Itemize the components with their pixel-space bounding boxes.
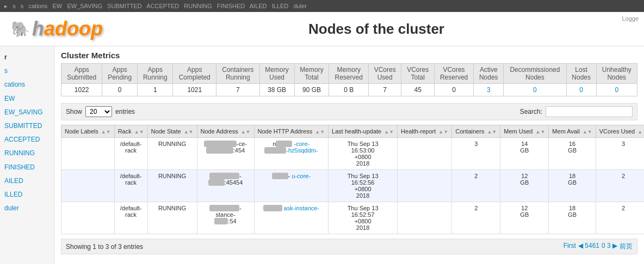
page-title: Nodes of the cluster	[120, 21, 633, 38]
val-containers-running: 7	[216, 84, 260, 96]
cell-http-1: n -core- -hz5sqddm-	[254, 138, 329, 170]
top-nav-items: ▸ s s cations EW EW_SAVING SUBMITTED ACC…	[4, 3, 307, 10]
cell-labels-1	[61, 138, 115, 170]
sidebar-item-ew[interactable]: EW	[0, 92, 54, 106]
logo-area: 🐘 hadoop	[11, 17, 120, 40]
col-apps-pending: AppsPending	[102, 64, 138, 84]
cell-vcores-used-1: 3	[596, 138, 644, 170]
elephant-icon: 🐘	[11, 20, 30, 38]
pagination: First ◀ 5461 0 3 ▶ 前页	[564, 242, 633, 251]
col-apps-submitted: AppsSubmitted	[61, 64, 102, 84]
th-node-labels: Node Labels ▲▼	[61, 125, 115, 138]
cell-containers-3: 2	[452, 202, 500, 234]
search-label: Search:	[520, 108, 542, 115]
th-node-http-address: Node HTTP Address ▲▼	[254, 125, 329, 138]
val-unhealthy-nodes[interactable]: 0	[596, 84, 637, 96]
cell-mem-used-2: 12GB	[500, 170, 549, 202]
th-last-health: Last health-update ▲▼	[329, 125, 398, 138]
layout: r s cations EW EW_SAVING SUBMITTED ACCEP…	[0, 46, 644, 264]
header: 🐘 hadoop Nodes of the cluster Logge	[0, 12, 644, 46]
cell-health-report-1	[398, 138, 452, 170]
pagination-first[interactable]: First	[564, 242, 576, 251]
sidebar-item-root[interactable]: r	[0, 51, 54, 64]
table-row: /default-rack RUNNING -ce- :454 n -core-…	[61, 138, 645, 170]
table-footer: Showing 1 to 3 of 3 entries First ◀ 5461…	[61, 239, 637, 254]
cell-http-2: - u-core-	[254, 170, 329, 202]
val-active-nodes[interactable]: 3	[474, 84, 504, 96]
pagination-last[interactable]: 前页	[620, 242, 633, 251]
sidebar-item-finished[interactable]: FINISHED	[0, 161, 54, 174]
search-area: Search:	[520, 106, 633, 117]
col-active-nodes: ActiveNodes	[474, 64, 504, 84]
cell-labels-3	[61, 202, 115, 234]
sidebar-item-ailed[interactable]: AILED	[0, 174, 54, 188]
val-memory-reserved: 0 B	[329, 84, 368, 96]
top-nav: ▸ s s cations EW EW_SAVING SUBMITTED ACC…	[0, 0, 644, 12]
cell-vcores-used-3: 2	[596, 202, 644, 234]
col-memory-total: MemoryTotal	[294, 64, 329, 84]
cell-rack-2: /default-rack	[114, 170, 147, 202]
cell-mem-used-3: 12GB	[500, 202, 549, 234]
cell-address-1: -ce- :454	[197, 138, 254, 170]
col-vcores-reserved: VCoresReserved	[434, 64, 473, 84]
pagination-prev[interactable]: ◀ 5461	[578, 242, 599, 251]
cell-mem-avail-3: 18GB	[549, 202, 596, 234]
cell-mem-avail-1: 16GB	[549, 138, 596, 170]
main-content: Cluster Metrics AppsSubmitted AppsPendin…	[54, 46, 644, 264]
cell-http-3: ask-instance-	[254, 202, 329, 234]
th-vcores-used: VCores Used ▲▼	[596, 125, 644, 138]
cell-health-time-1: Thu Sep 1316:53:00+08002018	[329, 138, 398, 170]
col-vcores-used: VCoresUsed	[368, 64, 401, 84]
th-containers: Containers ▲▼	[452, 125, 500, 138]
sidebar-item-duler[interactable]: duler	[0, 202, 54, 215]
val-vcores-used: 7	[368, 84, 401, 96]
col-memory-reserved: MemoryReserved	[329, 64, 368, 84]
show-label: Show	[66, 108, 82, 115]
col-unhealthy-nodes: UnhealthyNodes	[596, 64, 637, 84]
val-apps-running: 1	[138, 84, 173, 96]
val-memory-total: 90 GB	[294, 84, 329, 96]
col-apps-running: AppsRunning	[138, 64, 173, 84]
sidebar-item-submitted[interactable]: SUBMITTED	[0, 119, 54, 133]
sidebar-item-illed[interactable]: ILLED	[0, 188, 54, 202]
col-memory-used: MemoryUsed	[259, 64, 294, 84]
cell-mem-avail-2: 18GB	[549, 170, 596, 202]
sidebar-item-ew-saving[interactable]: EW_SAVING	[0, 106, 54, 119]
cell-labels-2	[61, 170, 115, 202]
col-vcores-total: VCoresTotal	[401, 64, 434, 84]
th-rack: Rack ▲▼	[114, 125, 147, 138]
cell-containers-1: 3	[452, 138, 500, 170]
val-apps-pending: 0	[102, 84, 138, 96]
val-decommissioned-nodes[interactable]: 0	[504, 84, 567, 96]
th-mem-used: Mem Used ▲▼	[500, 125, 549, 138]
th-node-state: Node State ▲▼	[147, 125, 197, 138]
cell-state-1: RUNNING	[147, 138, 197, 170]
cell-health-report-2	[398, 170, 452, 202]
cell-health-time-3: Thu Sep 1316:52:57+08002018	[329, 202, 398, 234]
show-entries: Show 20 50 100 entries	[66, 106, 135, 117]
logged-in-label: Logge	[622, 15, 639, 22]
entries-select[interactable]: 20 50 100	[85, 106, 112, 117]
sidebar-item-running[interactable]: RUNNING	[0, 147, 54, 160]
col-decommissioned-nodes: DecommissionedNodes	[504, 64, 567, 84]
val-apps-completed: 1021	[173, 84, 216, 96]
val-lost-nodes[interactable]: 0	[566, 84, 596, 96]
table-controls: Show 20 50 100 entries Search:	[61, 103, 637, 120]
cell-address-2: - :45454	[197, 170, 254, 202]
sidebar-item-accepted[interactable]: ACCEPTED	[0, 133, 54, 147]
sidebar-item-s1[interactable]: s	[0, 64, 54, 78]
th-mem-avail: Mem Avail ▲▼	[549, 125, 596, 138]
pagination-next[interactable]: 0 3 ▶	[602, 242, 617, 251]
sidebar-item-cations[interactable]: cations	[0, 78, 54, 92]
cell-health-time-2: Thu Sep 1316:52:56+08002018	[329, 170, 398, 202]
cell-state-3: RUNNING	[147, 202, 197, 234]
val-vcores-total: 45	[401, 84, 434, 96]
cell-containers-2: 2	[452, 170, 500, 202]
cell-rack-3: /default-rack	[114, 202, 147, 234]
metrics-title: Cluster Metrics	[61, 51, 637, 60]
nodes-table: Node Labels ▲▼ Rack ▲▼ Node State ▲▼ Nod…	[61, 125, 644, 234]
search-input[interactable]	[546, 106, 633, 117]
th-health-report: Health-report ▲▼	[398, 125, 452, 138]
table-row: /default-rack RUNNING -stance- :54 ask-i…	[61, 202, 645, 234]
cell-state-2: RUNNING	[147, 170, 197, 202]
